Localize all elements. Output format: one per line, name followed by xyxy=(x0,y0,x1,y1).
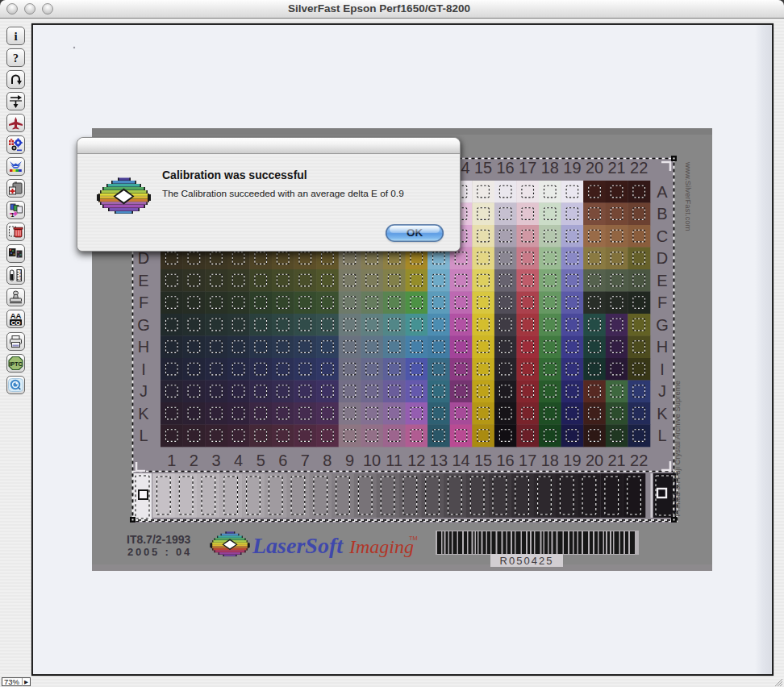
svg-text:21: 21 xyxy=(607,452,625,469)
svg-text:20: 20 xyxy=(586,159,603,177)
svg-text:1: 1 xyxy=(167,452,176,469)
svg-text:2: 2 xyxy=(190,452,198,469)
svg-text:I: I xyxy=(141,360,146,378)
svg-text:J: J xyxy=(658,382,666,400)
svg-text:5: 5 xyxy=(256,452,265,469)
svg-text:12: 12 xyxy=(407,452,425,469)
svg-text:11: 11 xyxy=(386,452,402,469)
svg-text:LaserSoft: LaserSoft xyxy=(252,533,344,558)
svg-text:17: 17 xyxy=(519,159,536,177)
svg-text:L: L xyxy=(657,427,666,444)
svg-text:IT8.7/2-1993: IT8.7/2-1993 xyxy=(127,533,191,546)
svg-text:8: 8 xyxy=(323,452,332,469)
svg-text:7: 7 xyxy=(301,452,310,469)
svg-text:18: 18 xyxy=(541,452,559,469)
svg-text:13: 13 xyxy=(430,452,448,469)
svg-text:17: 17 xyxy=(519,452,536,469)
svg-text:14: 14 xyxy=(452,452,469,469)
svg-text:10: 10 xyxy=(363,452,381,469)
svg-text:www.SilverFast.com: www.SilverFast.com xyxy=(684,161,693,231)
svg-text:16: 16 xyxy=(496,159,514,177)
svg-text:19: 19 xyxy=(563,159,581,177)
svg-text:22: 22 xyxy=(630,159,648,177)
svg-text:2005 : 04: 2005 : 04 xyxy=(127,546,192,558)
svg-text:?: ? xyxy=(13,52,19,64)
svg-text:A: A xyxy=(657,183,668,201)
svg-text:21: 21 xyxy=(607,159,625,177)
svg-text:TM: TM xyxy=(409,535,418,542)
svg-text:Printed on Fuji Crystal Archiv: Printed on Fuji Crystal Archive Supreme xyxy=(673,381,682,516)
svg-text:6: 6 xyxy=(278,452,287,469)
svg-text:G: G xyxy=(656,316,669,334)
svg-text:CO: CO xyxy=(11,319,21,327)
svg-text:Imaging: Imaging xyxy=(348,536,414,557)
svg-text:L: L xyxy=(139,427,148,444)
svg-text:15: 15 xyxy=(474,159,492,177)
svg-text:G: G xyxy=(137,316,150,334)
svg-text:F: F xyxy=(657,294,667,311)
svg-text:20: 20 xyxy=(586,452,603,469)
svg-text:19: 19 xyxy=(563,452,581,469)
svg-text:4: 4 xyxy=(234,452,243,469)
svg-text:F: F xyxy=(139,294,148,311)
svg-text:H: H xyxy=(138,338,149,356)
svg-text:J: J xyxy=(140,382,148,400)
svg-text:B: B xyxy=(657,205,667,223)
svg-text:D: D xyxy=(657,249,668,267)
svg-text:H: H xyxy=(657,338,668,356)
svg-text:R050425: R050425 xyxy=(500,555,554,567)
svg-text:K: K xyxy=(657,405,668,423)
svg-text:D: D xyxy=(138,249,149,267)
svg-text:18: 18 xyxy=(541,159,559,177)
svg-text:E: E xyxy=(138,272,148,289)
svg-text:15: 15 xyxy=(474,452,492,469)
svg-text:9: 9 xyxy=(345,452,354,469)
svg-text:IPTC: IPTC xyxy=(10,360,23,366)
svg-text:22: 22 xyxy=(630,452,648,469)
svg-text:16: 16 xyxy=(496,452,514,469)
svg-text:1: 1 xyxy=(11,212,15,218)
svg-text:I: I xyxy=(660,360,665,378)
svg-text:3: 3 xyxy=(211,452,220,469)
svg-text:i: i xyxy=(14,29,17,42)
svg-text:E: E xyxy=(657,272,667,289)
svg-text:C: C xyxy=(657,227,668,245)
svg-text:K: K xyxy=(138,405,149,423)
